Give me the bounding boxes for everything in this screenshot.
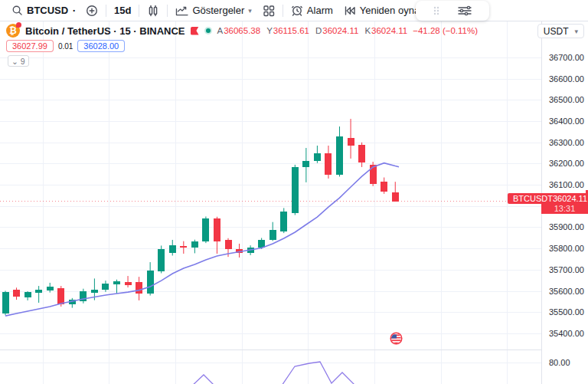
symbol-search-label: BTCUSD (27, 5, 68, 16)
tag-countdown: 13:31 (541, 204, 588, 214)
compare-add-button[interactable] (80, 2, 103, 20)
quote-row: 36027.99 0.01 36028.00 (6, 40, 125, 52)
layout-grid-icon (263, 5, 275, 17)
plus-circle-icon (86, 5, 98, 17)
symbol-title[interactable]: Bitcoin / TetherUS · 15 · BINANCE (25, 25, 185, 37)
drag-dots-icon[interactable] (433, 5, 440, 16)
axis-tick-label: 36700.00 (542, 53, 588, 62)
axis-tick-label: 36600.00 (542, 74, 588, 84)
replay-label: Yeniden oynat (360, 5, 423, 16)
chart-canvas[interactable] (0, 0, 588, 384)
chevron-down-icon: ▾ (248, 7, 252, 15)
ohlc-values: A36065.38 Y36115.61 D36024.11 K36024.11 (217, 26, 408, 35)
chart-window: { "toolbar": { "symbol_button": "BTCUSD"… (0, 0, 588, 384)
axis-tick-label: 36400.00 (542, 117, 588, 126)
symbol-legend: ₿ Bitcoin / TetherUS · 15 · BINANCE A360… (6, 24, 478, 38)
event-flag-icon[interactable] (390, 332, 403, 345)
toolbar-divider (283, 5, 283, 17)
top-toolbar: BTCUSD• 15d Göstergeler ▾ (0, 0, 588, 21)
red-flag-icon[interactable] (191, 27, 199, 35)
chart-style-button[interactable] (142, 2, 165, 20)
alarm-label: Alarm (307, 5, 333, 16)
search-icon (11, 5, 23, 16)
currency-dropdown[interactable]: USDT ▾ (537, 24, 584, 38)
floating-toolbar (416, 1, 489, 21)
symbol-search-button[interactable]: BTCUSD• (6, 2, 80, 20)
legend-collapse-button[interactable]: ⌄ 9 (8, 55, 29, 67)
current-price-tag: BTCUSDT 36024.11 13:31 (508, 193, 588, 214)
alarm-clock-icon (291, 5, 303, 17)
replay-button[interactable]: Yeniden oynat (338, 2, 428, 20)
chevron-down-icon: ▾ (574, 28, 578, 35)
alarm-button[interactable]: Alarm (286, 2, 338, 20)
price-change: −41.28 (−0.11%) (413, 26, 478, 35)
axis-tick-label: 36200.00 (542, 159, 588, 168)
axis-tick-label: 35800.00 (542, 244, 588, 253)
tag-price: 36024.11 (553, 194, 587, 203)
axis-tick-label: 36100.00 (542, 180, 588, 189)
interval-button[interactable]: 15d (109, 2, 136, 20)
toolbar-divider (167, 5, 168, 17)
bitcoin-logo-icon: ₿ (6, 24, 20, 38)
toolbar-divider (139, 5, 139, 17)
axis-tick-label: 80.00 (542, 358, 588, 367)
spread-value: 0.01 (58, 42, 73, 51)
tag-symbol: BTCUSDT (513, 194, 553, 203)
ask-price-box[interactable]: 36028.00 (77, 40, 125, 52)
axis-tick-label: 35900.00 (542, 222, 588, 231)
bid-price-box[interactable]: 36027.99 (6, 40, 54, 52)
axis-tick-label: 35600.00 (542, 287, 588, 296)
axis-tick-label: 35700.00 (542, 265, 588, 274)
indicators-chart-icon (175, 5, 188, 16)
indicators-label: Göstergeler (192, 5, 244, 16)
rewind-icon (344, 5, 356, 17)
layout-templates-button[interactable] (257, 2, 280, 20)
indicators-button[interactable]: Göstergeler ▾ (170, 2, 256, 20)
toolbar-divider (106, 5, 106, 17)
market-open-dot-icon (204, 27, 212, 34)
sliders-icon[interactable] (457, 5, 472, 17)
axis-tick-label: 35500.00 (542, 307, 588, 317)
chevron-down-icon: ⌄ (11, 57, 18, 66)
symbol-flag-dot: • (73, 7, 75, 15)
axis-tick-label: 36300.00 (542, 138, 588, 147)
candlestick-icon (147, 5, 159, 17)
axis-tick-label: 35400.00 (542, 329, 588, 338)
axis-tick-label: 36500.00 (542, 95, 588, 104)
